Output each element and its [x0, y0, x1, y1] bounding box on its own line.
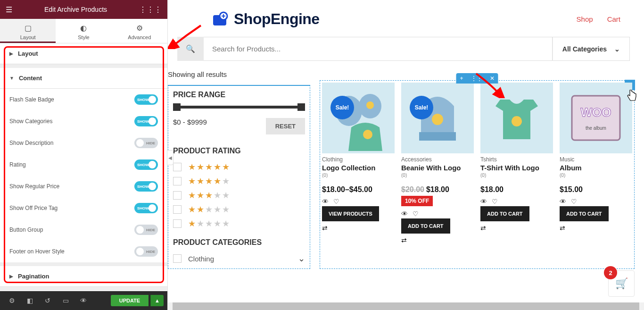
compare-icon[interactable]: ⇄: [322, 224, 395, 232]
compare-icon[interactable]: ⇄: [401, 236, 474, 244]
product-card[interactable]: TshirtsT-Shirt With Logo(0)$18.00👁♡ADD T…: [480, 83, 553, 244]
edit-section-icon[interactable]: ⋮⋮: [467, 73, 486, 84]
product-action-button[interactable]: ADD TO CART: [480, 206, 529, 221]
horizontal-scrollbar[interactable]: [168, 302, 644, 310]
preview-icon[interactable]: 👁: [75, 294, 91, 307]
section-toolbar: + ⋮⋮ ✕: [456, 73, 498, 84]
navigator-icon[interactable]: ◧: [22, 294, 38, 307]
control-label: Button Group: [9, 226, 43, 233]
checkbox[interactable]: [173, 254, 182, 263]
eye-icon[interactable]: 👁: [322, 198, 329, 205]
settings-icon[interactable]: ⚙: [4, 294, 20, 307]
toggle-footer-hover[interactable]: HIDE: [134, 246, 158, 257]
heart-icon[interactable]: ♡: [413, 210, 419, 218]
section-pagination[interactable]: ▶ Pagination: [0, 266, 167, 287]
heart-icon[interactable]: ♡: [571, 198, 577, 205]
heart-icon[interactable]: ♡: [333, 198, 339, 205]
eye-icon[interactable]: 👁: [560, 198, 566, 205]
control-label: Flash Sale Badge: [9, 96, 54, 103]
card-action-icons: 👁♡: [480, 198, 553, 205]
product-reviews: (0): [401, 173, 474, 178]
search-input[interactable]: [204, 37, 553, 61]
panel-collapse-handle[interactable]: ◀: [167, 150, 173, 165]
nav-links: Shop Cart: [577, 15, 620, 23]
checkbox[interactable]: [173, 177, 182, 185]
style-icon: ◐: [56, 24, 111, 33]
product-title: Beanie With Logo: [401, 164, 474, 172]
product-image: Sale!: [401, 83, 474, 153]
product-category: Tshirts: [480, 156, 553, 163]
site-logo[interactable]: ShopEngine: [210, 9, 320, 28]
chevron-down-icon: ⌄: [298, 253, 305, 264]
compare-icon[interactable]: ⇄: [480, 224, 553, 232]
checkbox[interactable]: [173, 205, 182, 214]
rating-option-2[interactable]: ★★★★★: [173, 204, 305, 215]
reset-button[interactable]: RESET: [266, 118, 305, 134]
checkbox[interactable]: [173, 191, 182, 200]
tab-advanced[interactable]: ⚙ Advanced: [112, 19, 167, 43]
toggle-regular-price[interactable]: SHOW: [134, 181, 158, 192]
site-header: ShopEngine Shop Cart: [168, 4, 635, 37]
widgets-icon[interactable]: ⋮⋮⋮: [139, 5, 162, 14]
tab-layout[interactable]: ▢ Layout: [0, 19, 56, 43]
category-option-clothing[interactable]: Clothing ⌄: [173, 253, 305, 264]
tab-style[interactable]: ◐ Style: [56, 19, 111, 43]
toggle-categories[interactable]: SHOW: [134, 116, 158, 126]
toggle-button-group[interactable]: HIDE: [134, 225, 158, 235]
compare-icon[interactable]: ⇄: [560, 224, 632, 232]
category-select[interactable]: All Categories ⌄: [553, 37, 630, 61]
product-action-button[interactable]: ADD TO CART: [401, 218, 450, 234]
product-card[interactable]: WOOthe albumMusicAlbum(0)$15.00👁♡ADD TO …: [560, 83, 632, 244]
checkbox[interactable]: [173, 219, 182, 228]
rating-option-1[interactable]: ★★★★★: [173, 218, 305, 229]
heart-icon[interactable]: ♡: [492, 198, 498, 205]
product-action-button[interactable]: ADD TO CART: [560, 206, 609, 221]
tab-label: Layout: [20, 34, 36, 40]
checkbox[interactable]: [173, 163, 182, 171]
nav-cart[interactable]: Cart: [607, 15, 620, 23]
product-image: Sale!: [322, 83, 395, 153]
rating-option-5[interactable]: ★★★★★: [173, 162, 305, 172]
svg-text:WOO: WOO: [581, 105, 611, 119]
svg-point-5: [363, 130, 372, 139]
product-action-button[interactable]: VIEW PRODUCTS: [322, 206, 379, 221]
add-section-icon[interactable]: +: [456, 73, 467, 84]
search-bar: 🔍 All Categories ⌄: [168, 37, 635, 61]
product-card[interactable]: Sale!ClothingLogo Collection(0)$18.00–$4…: [322, 83, 395, 244]
section-content-body: Flash Sale BadgeSHOW Show CategoriesSHOW…: [0, 89, 167, 262]
scrollbar-thumb[interactable]: [173, 302, 639, 310]
control-label: Footer on Hover Style: [9, 248, 65, 255]
nav-shop[interactable]: Shop: [577, 15, 593, 23]
rating-option-3[interactable]: ★★★★★: [173, 190, 305, 201]
toggle-off-price[interactable]: SHOW: [134, 203, 158, 213]
delete-section-icon[interactable]: ✕: [486, 73, 498, 84]
chevron-down-icon: ⌄: [614, 45, 620, 53]
search-icon[interactable]: 🔍: [177, 37, 204, 61]
svg-point-4: [366, 101, 374, 109]
filters-sidebar: PRICE RANGE $0 - $9999 RESET PRODUCT RAT…: [168, 80, 310, 269]
update-options-icon[interactable]: ▲: [150, 295, 164, 306]
logo-text: ShopEngine: [234, 10, 320, 28]
control-label: Show Regular Price: [9, 183, 59, 190]
mini-cart-button[interactable]: 🛒 2: [608, 270, 635, 297]
eye-icon[interactable]: 👁: [401, 210, 408, 218]
svg-point-8: [512, 116, 522, 126]
menu-icon[interactable]: ☰: [6, 5, 12, 14]
products-widget[interactable]: + ⋮⋮ ✕ ▦ ✎ Sale!ClothingLogo Collection(…: [320, 80, 635, 269]
update-button[interactable]: UPDATE: [111, 295, 149, 306]
cursor-pointer-icon: [627, 89, 637, 104]
toggle-rating[interactable]: SHOW: [134, 159, 158, 170]
rating-option-4[interactable]: ★★★★★: [173, 176, 305, 186]
section-layout[interactable]: ▶ Layout: [0, 43, 167, 64]
preview-canvas: ShopEngine Shop Cart 🔍 All Categories ⌄ …: [168, 0, 644, 310]
price-slider[interactable]: [173, 106, 305, 109]
product-card[interactable]: Sale!AccessoriesBeanie With Logo(0)$20.0…: [401, 83, 474, 244]
section-content[interactable]: ▼ Content: [0, 68, 167, 89]
toggle-description[interactable]: HIDE: [134, 138, 158, 148]
results-text: Showing all results: [168, 61, 635, 80]
control-label: Rating: [9, 161, 26, 168]
toggle-flash-sale[interactable]: SHOW: [134, 94, 158, 105]
eye-icon[interactable]: 👁: [480, 198, 487, 205]
history-icon[interactable]: ↺: [40, 294, 56, 307]
responsive-icon[interactable]: ▭: [58, 294, 74, 307]
